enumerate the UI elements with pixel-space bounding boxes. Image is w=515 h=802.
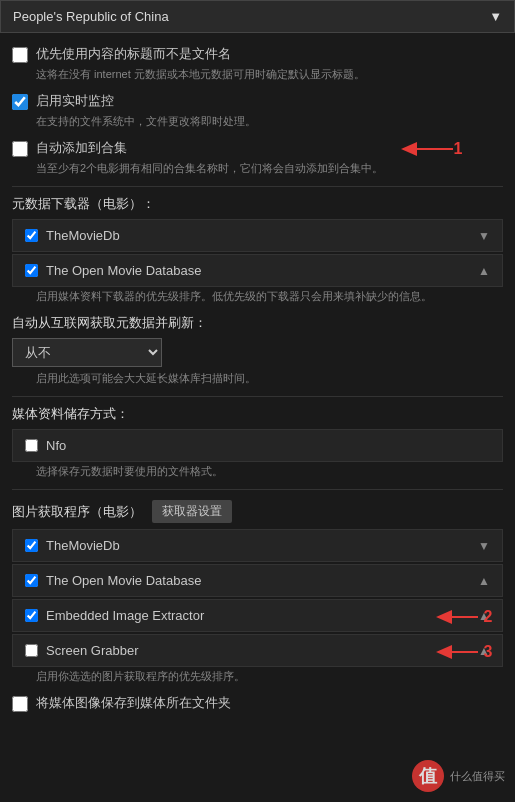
image-section-header: 图片获取程序（电影） 获取器设置 (12, 500, 503, 523)
plugin-nfo[interactable]: Nfo (12, 429, 503, 462)
image-section-title: 图片获取程序（电影） (12, 503, 142, 521)
watermark-text: 什么值得买 (450, 769, 505, 784)
storage-section-title: 媒体资料储存方式： (12, 405, 503, 423)
country-dropdown[interactable]: People's Republic of China ▼ (0, 0, 515, 33)
auto-refresh-hint: 启用此选项可能会大大延长媒体库扫描时间。 (36, 371, 503, 386)
plugin-openmoviedb-label: The Open Movie Database (46, 263, 201, 278)
image-plugin-embedded-label: Embedded Image Extractor (46, 608, 204, 623)
storage-hint: 选择保存元数据时要使用的文件格式。 (36, 464, 503, 479)
auto-add-collection-hint: 当至少有2个电影拥有相同的合集名称时，它们将会自动添加到合集中。 (36, 161, 503, 176)
use-internal-title-row: 优先使用内容的标题而不是文件名 (12, 45, 503, 63)
image-plugin-openmoviedb[interactable]: The Open Movie Database ▲ (12, 564, 503, 597)
watermark-icon: 值 (412, 760, 444, 792)
realtime-monitor-hint: 在支持的文件系统中，文件更改将即时处理。 (36, 114, 503, 129)
chevron-down-icon: ▼ (478, 539, 490, 553)
chevron-up-icon: ▲ (478, 609, 490, 623)
metadata-priority-hint: 启用媒体资料下载器的优先级排序。低优先级的下载器只会用来填补缺少的信息。 (36, 289, 503, 304)
chevron-up-icon: ▲ (478, 264, 490, 278)
image-plugin-themoviedb-checkbox[interactable] (25, 539, 38, 552)
screen-grabber-wrapper: Screen Grabber ▲ 3 (12, 634, 503, 667)
fetcher-settings-tab[interactable]: 获取器设置 (152, 500, 232, 523)
auto-refresh-select[interactable]: 从不 (12, 338, 162, 367)
auto-add-collection-checkbox[interactable] (12, 141, 28, 157)
use-internal-title-checkbox[interactable] (12, 47, 28, 63)
use-internal-title-hint: 这将在没有 internet 元数据或本地元数据可用时确定默认显示标题。 (36, 67, 503, 82)
image-plugin-openmoviedb-label: The Open Movie Database (46, 573, 201, 588)
plugin-openmoviedb[interactable]: The Open Movie Database ▲ (12, 254, 503, 287)
chevron-down-icon: ▼ (489, 9, 502, 24)
plugin-nfo-checkbox[interactable] (25, 439, 38, 452)
plugin-themoviedb[interactable]: TheMovieDb ▼ (12, 219, 503, 252)
auto-add-collection-row: 自动添加到合集 (12, 139, 503, 157)
plugin-nfo-label: Nfo (46, 438, 66, 453)
realtime-monitor-checkbox[interactable] (12, 94, 28, 110)
metadata-section-title: 元数据下载器（电影）： (12, 195, 503, 213)
image-plugin-openmoviedb-checkbox[interactable] (25, 574, 38, 587)
plugin-themoviedb-label: TheMovieDb (46, 228, 120, 243)
main-section: 优先使用内容的标题而不是文件名 这将在没有 internet 元数据或本地元数据… (0, 45, 515, 726)
auto-refresh-select-row: 从不 (12, 338, 503, 367)
dropdown-label: People's Republic of China (13, 9, 169, 24)
plugin-themoviedb-checkbox[interactable] (25, 229, 38, 242)
embedded-image-extractor-wrapper: Embedded Image Extractor ▲ 2 (12, 599, 503, 632)
image-plugin-embedded[interactable]: Embedded Image Extractor ▲ (12, 599, 503, 632)
save-images-row: 将媒体图像保存到媒体所在文件夹 (12, 694, 503, 712)
auto-refresh-title: 自动从互联网获取元数据并刷新： (12, 314, 503, 332)
watermark: 值 什么值得买 (412, 760, 505, 792)
chevron-down-icon: ▼ (478, 229, 490, 243)
plugin-openmoviedb-checkbox[interactable] (25, 264, 38, 277)
image-plugin-themoviedb-label: TheMovieDb (46, 538, 120, 553)
auto-add-collection-label: 自动添加到合集 (36, 139, 127, 157)
use-internal-title-label: 优先使用内容的标题而不是文件名 (36, 45, 231, 63)
image-plugin-themoviedb[interactable]: TheMovieDb ▼ (12, 529, 503, 562)
chevron-up-icon: ▲ (478, 644, 490, 658)
save-images-label: 将媒体图像保存到媒体所在文件夹 (36, 694, 231, 712)
image-plugin-embedded-checkbox[interactable] (25, 609, 38, 622)
image-priority-hint: 启用你选选的图片获取程序的优先级排序。 (36, 669, 503, 684)
realtime-monitor-row: 启用实时监控 (12, 92, 503, 110)
chevron-up-icon: ▲ (478, 574, 490, 588)
image-plugin-screengrabber-checkbox[interactable] (25, 644, 38, 657)
save-images-checkbox[interactable] (12, 696, 28, 712)
image-plugin-screengrabber-label: Screen Grabber (46, 643, 139, 658)
realtime-monitor-label: 启用实时监控 (36, 92, 114, 110)
image-plugin-screengrabber[interactable]: Screen Grabber ▲ (12, 634, 503, 667)
page-wrapper: People's Republic of China ▼ 优先使用内容的标题而不… (0, 0, 515, 726)
